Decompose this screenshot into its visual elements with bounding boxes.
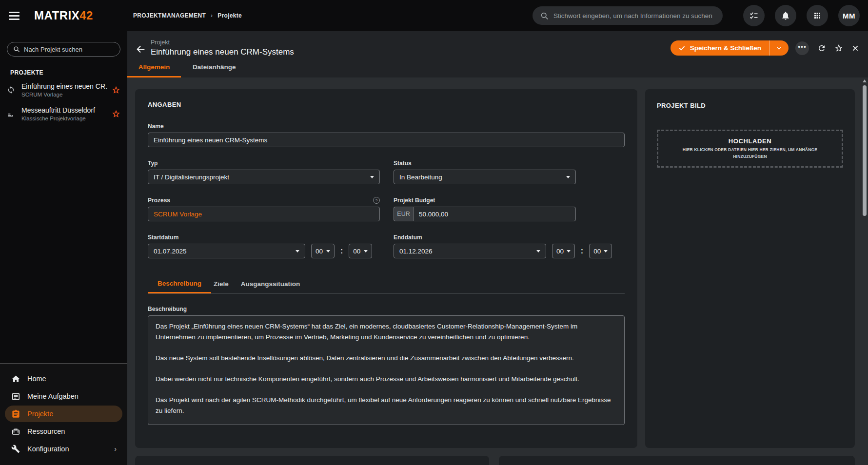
favorite-star-icon[interactable] (112, 86, 120, 95)
favorite-star-icon[interactable] (112, 110, 120, 118)
record-tabs: Allgemein Dateianhänge (127, 63, 868, 78)
project-list-item-crm[interactable]: Einführung eines neuen CR… SCRUM Vorlage (0, 78, 127, 102)
project-list-item-messe[interactable]: Messeauftritt Düsseldorf Klassische Proj… (0, 102, 127, 126)
checklist-icon (749, 11, 759, 20)
tab-allgemein[interactable]: Allgemein (127, 63, 181, 78)
status-select[interactable]: In Bearbeitung (394, 170, 576, 184)
projekt-bild-card: PROJEKT BILD HOCHLADEN HIER KLICKEN ODER… (645, 89, 855, 448)
scroll-up-arrow-icon[interactable] (863, 79, 867, 82)
chevron-down-icon (296, 250, 299, 252)
page-title: Einführung eines neuen CRM-Systems (151, 47, 294, 57)
image-upload-dropzone[interactable]: HOCHLADEN HIER KLICKEN ODER DATEIEN HIER… (657, 130, 843, 168)
breadcrumb-current[interactable]: Projekte (217, 12, 242, 19)
project-search-placeholder: Nach Projekt suchen (24, 46, 82, 53)
app-logo: MATRIX42 (34, 9, 93, 22)
wrench-icon (11, 445, 20, 453)
name-input[interactable]: Einführung eines neuen CRM-Systems (148, 133, 625, 147)
upload-title: HOCHLADEN (729, 137, 771, 145)
breadcrumb-separator-icon: › (211, 12, 213, 19)
close-button[interactable] (851, 44, 859, 52)
beschreibung-textarea[interactable]: Das Projekt „Einführung eines neuen CRM-… (148, 315, 625, 425)
startdatum-select[interactable]: 01.07.2025 (148, 244, 305, 258)
start-minute-select[interactable]: 00 (349, 244, 372, 258)
chevron-down-icon (370, 176, 374, 178)
description-subtabs: Beschreibung Ziele Ausgangssituation (148, 280, 625, 294)
back-arrow-icon[interactable] (136, 44, 146, 55)
project-item-title: Einführung eines neuen CR… (21, 82, 108, 90)
project-search-input[interactable]: Nach Projekt suchen (7, 42, 120, 57)
budget-input[interactable]: 50.000,00 (413, 207, 576, 221)
more-actions-button[interactable]: ••• (795, 41, 809, 55)
project-item-subtitle: SCRUM Vorlage (21, 92, 108, 97)
prozess-field[interactable]: SCRUM Vorlage (148, 207, 380, 221)
app-launcher-button[interactable] (807, 5, 828, 26)
refresh-button[interactable] (817, 44, 826, 53)
typ-select[interactable]: IT / Digitalisierungsprojekt (148, 170, 380, 184)
chevron-right-icon: › (114, 445, 117, 453)
subtab-beschreibung[interactable]: Beschreibung (148, 280, 211, 293)
scrollbar-thumb[interactable] (863, 85, 867, 216)
angaben-card: ANGABEN Name Einführung eines neuen CRM-… (135, 89, 637, 448)
star-icon (834, 44, 843, 53)
help-icon[interactable]: ? (373, 197, 380, 204)
chevron-down-icon (326, 250, 330, 252)
save-close-button[interactable]: Speichern & Schließen (671, 44, 769, 52)
start-hour-select[interactable]: 00 (311, 244, 335, 258)
sync-icon (0, 86, 21, 94)
top-bar: MATRIX42 PROJEKTMANAGEMENT › Projekte St… (0, 0, 868, 31)
enddatum-label: Enddatum (394, 234, 612, 241)
ellipsis-icon: ••• (798, 43, 807, 51)
sidebar-item-ressourcen[interactable]: Ressourcen (5, 423, 122, 440)
project-item-subtitle: Klassische Projektvorlage (21, 116, 108, 121)
tab-dateianhaenge[interactable]: Dateianhänge (193, 63, 236, 78)
save-options-dropdown[interactable] (769, 40, 789, 56)
projekt-bild-title: PROJEKT BILD (657, 102, 843, 109)
bars-chart-icon (0, 110, 21, 118)
sidebar: Nach Projekt suchen PROJEKTE Einführung … (0, 31, 127, 465)
toolbox-icon (11, 427, 20, 436)
grid-apps-icon (813, 11, 822, 20)
budget-label: Projekt Budget (394, 197, 612, 204)
end-hour-select[interactable]: 00 (552, 244, 575, 258)
global-search-input[interactable]: Stichwort eingeben, um nach Informatione… (533, 6, 723, 25)
close-icon (851, 44, 859, 52)
project-item-title: Messeauftritt Düsseldorf (21, 106, 108, 114)
refresh-icon (817, 44, 826, 53)
sidebar-item-projekte[interactable]: Projekte (5, 406, 122, 422)
sidebar-item-konfiguration[interactable]: Konfiguration › (5, 441, 122, 457)
chevron-down-icon (776, 45, 782, 51)
save-split-button: Speichern & Schließen (671, 40, 789, 56)
subtab-ziele[interactable]: Ziele (214, 280, 229, 293)
vertical-scrollbar[interactable] (863, 82, 867, 458)
favorite-button[interactable] (834, 44, 843, 53)
beschreibung-label: Beschreibung (148, 306, 625, 312)
home-icon (11, 374, 20, 384)
typ-label: Typ (148, 160, 380, 167)
search-icon (540, 12, 549, 20)
bell-icon (781, 11, 790, 20)
check-icon (678, 44, 686, 52)
enddatum-select[interactable]: 01.12.2026 (394, 244, 546, 258)
chevron-down-icon (566, 176, 570, 178)
next-section-card-right (499, 456, 855, 465)
prozess-link[interactable]: SCRUM Vorlage (154, 211, 202, 218)
projects-section-title: PROJEKTE (10, 69, 127, 76)
angaben-section-title: ANGABEN (148, 101, 625, 108)
sidebar-item-meine-aufgaben[interactable]: Meine Aufgaben (5, 388, 122, 405)
subtab-ausgangssituation[interactable]: Ausgangssituation (241, 280, 300, 293)
next-section-card-left (135, 456, 489, 465)
end-minute-select[interactable]: 00 (589, 244, 612, 258)
sidebar-item-home[interactable]: Home (5, 370, 122, 387)
logo-text-orange: 42 (79, 9, 93, 22)
record-header: Projekt Einführung eines neuen CRM-Syste… (127, 31, 868, 78)
notifications-button[interactable] (775, 5, 796, 26)
status-label: Status (394, 160, 612, 167)
prozess-label: Prozess (148, 197, 170, 204)
tasks-checklist-button[interactable] (743, 5, 765, 26)
chevron-down-icon (364, 250, 368, 252)
user-avatar[interactable]: MM (838, 5, 860, 26)
hamburger-menu-icon[interactable] (9, 10, 21, 21)
sidebar-bottom-nav: Home Meine Aufgaben Projekte Ressourcen (0, 364, 127, 465)
currency-prefix: EUR (394, 207, 413, 221)
breadcrumb-parent[interactable]: PROJEKTMANAGEMENT (133, 12, 206, 19)
